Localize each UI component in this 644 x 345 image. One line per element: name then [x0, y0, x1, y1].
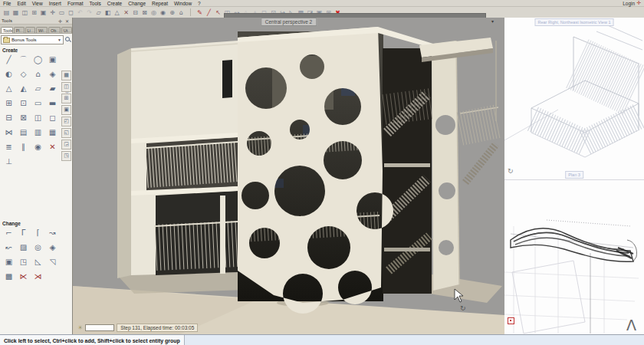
login-button[interactable]: Login✛ — [619, 0, 644, 6]
palette-strip-icon[interactable]: ▣ — [61, 105, 71, 115]
viewport-title[interactable]: Central perspective 2 — [261, 18, 317, 26]
change-tool-icon[interactable]: ◳ — [17, 256, 30, 268]
viewport-3d[interactable]: ↻ Central perspective 2 ▾ ☀ Step 131, El… — [73, 18, 504, 334]
toolbar-icon[interactable]: ▤ — [2, 8, 11, 17]
plan-view[interactable]: Λ — [504, 180, 644, 335]
create-tool-icon[interactable]: ▱ — [31, 83, 44, 94]
palette-strip-icon[interactable]: ◫ — [61, 82, 71, 92]
toolbar-icon[interactable]: △ — [113, 8, 121, 17]
change-tool-icon[interactable]: ⌈ — [31, 227, 44, 238]
palette-strip-icon[interactable]: ◰ — [61, 117, 71, 127]
create-tool-icon[interactable]: ╱ — [2, 54, 15, 65]
isometric-view-label[interactable]: Rear Right, Northeast Isometric View 1 — [535, 18, 614, 26]
change-tool-icon[interactable]: ◹ — [46, 256, 59, 268]
create-tool-icon[interactable]: ◐ — [2, 68, 15, 80]
toolbar-icon[interactable]: ▦ — [12, 8, 20, 17]
menu-item-repeat[interactable]: Repeat — [149, 1, 171, 6]
create-tool-icon[interactable]: ▥ — [31, 127, 44, 138]
menu-item-tools[interactable]: Tools — [87, 1, 104, 6]
palette-tab-tools[interactable]: Tools — [1, 27, 13, 33]
create-tool-icon[interactable]: ⌒ — [17, 54, 30, 65]
create-tool-icon[interactable]: ▰ — [46, 83, 59, 94]
change-tool-icon[interactable]: ◺ — [31, 256, 44, 268]
menu-item-[interactable]: ? — [195, 1, 204, 6]
create-tool-icon[interactable]: ◉ — [31, 141, 44, 153]
palette-tab-ut[interactable]: Ut… — [61, 27, 72, 33]
create-tool-icon[interactable]: ◈ — [46, 68, 59, 80]
create-tool-icon[interactable]: ◭ — [17, 83, 30, 94]
create-tool-icon[interactable]: ⊡ — [17, 97, 30, 109]
change-tool-icon[interactable]: ▨ — [17, 242, 30, 253]
toolbar-icon[interactable]: ▭ — [58, 8, 66, 17]
create-tool-icon[interactable]: ⊠ — [17, 112, 30, 123]
rotate-view-icon[interactable]: ↻ — [508, 167, 514, 175]
toolbar-icon[interactable]: ◧ — [104, 8, 112, 17]
create-tool-icon[interactable]: ▤ — [17, 127, 30, 138]
isometric-view[interactable]: Rear Right, Northeast Isometric View 1 P… — [504, 18, 644, 180]
toolbar-icon[interactable]: ▱ — [94, 8, 103, 17]
plan-view-label[interactable]: Plan 3 — [565, 171, 583, 179]
close-icon[interactable]: ✕ — [64, 18, 71, 24]
toolbar-icon[interactable]: ↷ — [85, 8, 94, 17]
create-tool-icon[interactable]: ⊟ — [2, 112, 15, 123]
palette-strip-icon[interactable]: ⊞ — [61, 94, 71, 104]
create-tool-icon[interactable]: ⋈ — [2, 127, 15, 138]
create-tool-icon[interactable]: ▦ — [46, 127, 59, 138]
palette-tab-ob[interactable]: Ob… — [48, 27, 61, 33]
change-tool-icon[interactable]: ↝ — [46, 227, 59, 238]
create-tool-icon[interactable]: ◯ — [31, 54, 44, 65]
search-icon[interactable] — [64, 36, 71, 44]
create-tool-icon[interactable]: ▭ — [31, 97, 44, 109]
change-tool-icon[interactable]: ◈ — [46, 242, 59, 253]
change-tool-icon[interactable]: ⌐ — [2, 227, 15, 238]
menu-item-change[interactable]: Change — [125, 1, 149, 6]
change-tool-icon[interactable]: ◎ — [31, 242, 44, 253]
create-tool-icon[interactable]: △ — [2, 83, 15, 94]
toolbar-icon[interactable]: ✎ — [196, 8, 204, 17]
change-tool-icon[interactable]: ⋊ — [31, 271, 44, 282]
menu-item-create[interactable]: Create — [104, 1, 126, 6]
create-tool-icon[interactable]: ∥ — [17, 141, 30, 153]
palette-strip-icon[interactable]: ◳ — [61, 151, 71, 161]
toolbar-icon[interactable]: ✛ — [48, 8, 57, 17]
menu-item-format[interactable]: Format — [64, 1, 87, 6]
change-tool-icon[interactable]: ▣ — [2, 256, 15, 268]
change-tool-icon[interactable]: ⋉ — [17, 271, 30, 282]
toolbar-icon[interactable]: ⊠ — [140, 8, 149, 17]
create-tool-icon[interactable]: ≣ — [2, 141, 15, 153]
toolbar-icon[interactable]: ◫ — [21, 8, 29, 17]
toolbar-icon[interactable]: ▣ — [39, 8, 48, 17]
toolbar-icon[interactable]: ◻ — [67, 8, 75, 17]
toolbar-icon[interactable]: ⊕ — [168, 8, 176, 17]
create-tool-icon[interactable]: ◻ — [46, 112, 59, 123]
menu-item-insert[interactable]: Insert — [46, 1, 64, 6]
toolbar-icon[interactable]: ⊟ — [131, 8, 140, 17]
pin-icon[interactable]: ✛ — [57, 18, 64, 24]
toolbar-icon[interactable]: ◎ — [150, 8, 158, 17]
bonus-tools-dropdown[interactable]: Bonus Tools ▼ — [1, 35, 64, 44]
toolbar-icon[interactable]: ⌂ — [177, 8, 186, 17]
menu-item-view[interactable]: View — [29, 1, 46, 6]
change-tool-icon[interactable]: Γ — [17, 227, 30, 238]
create-tool-icon[interactable]: ▬ — [46, 97, 59, 109]
create-tool-icon[interactable]: ✕ — [46, 141, 59, 153]
palette-tab-li[interactable]: Li… — [25, 27, 35, 33]
change-tool-icon[interactable]: ▩ — [2, 271, 15, 282]
menu-item-edit[interactable]: Edit — [14, 1, 28, 6]
palette-tab-wi[interactable]: Wi… — [36, 27, 48, 33]
toolbar-icon[interactable]: ↖ — [214, 8, 222, 17]
toolbar-icon[interactable]: ↶ — [76, 8, 84, 17]
palette-strip-icon[interactable]: ◲ — [61, 140, 71, 150]
toolbar-icon[interactable]: ◉ — [159, 8, 167, 17]
change-tool-icon[interactable]: ↜ — [2, 242, 15, 253]
toolbar-icon[interactable]: ╱ — [205, 8, 213, 17]
create-tool-icon[interactable]: ▣ — [46, 54, 59, 65]
create-tool-icon[interactable]: ◫ — [31, 112, 44, 123]
viewport-menu-icon[interactable]: ▾ — [491, 18, 494, 24]
create-tool-icon[interactable]: ⌂ — [31, 68, 44, 80]
create-tool-icon[interactable]: ◇ — [17, 68, 30, 80]
palette-strip-icon[interactable]: ▦ — [61, 71, 71, 80]
create-tool-icon[interactable]: ⊞ — [2, 97, 15, 109]
palette-strip-icon[interactable]: ◱ — [61, 128, 71, 138]
menu-item-window[interactable]: Window — [171, 1, 195, 6]
